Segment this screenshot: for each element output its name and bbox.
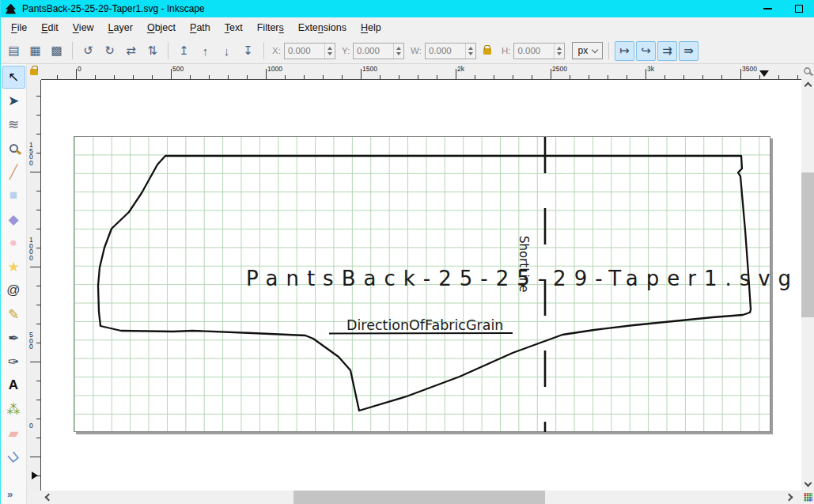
node-tool[interactable]: ➤ <box>2 89 25 112</box>
fabric-grain-text[interactable]: DirectionOfFabricGrain <box>346 317 503 333</box>
horizontal-scrollbar[interactable] <box>27 491 801 504</box>
raise-icon[interactable]: ↑ <box>195 41 215 61</box>
scroll-down-icon[interactable] <box>805 479 812 487</box>
rotate-ccw-icon[interactable]: ↺ <box>78 41 98 61</box>
guide-lock-button[interactable] <box>27 64 41 80</box>
lower-to-bottom-icon[interactable]: ↧ <box>238 41 258 61</box>
zoom-tool[interactable] <box>2 137 25 160</box>
horizontal-scroll-thumb[interactable] <box>293 491 545 504</box>
y-input-spinner[interactable] <box>393 44 403 59</box>
spiral-tool[interactable]: @ <box>2 279 25 302</box>
pencil-tool[interactable]: ✎ <box>2 303 25 326</box>
tweak-tool-icon: ≋ <box>8 116 19 133</box>
flip-horizontal-icon[interactable]: ⇄ <box>121 41 141 61</box>
menu-extensions[interactable]: Extensions <box>291 19 354 36</box>
lock-icon <box>483 48 491 55</box>
ellipse-tool[interactable]: ● <box>2 232 25 255</box>
ruler-label: 2500 <box>552 65 567 73</box>
unit-select[interactable]: px <box>572 42 603 59</box>
w-input[interactable] <box>426 44 465 59</box>
maximize-button[interactable] <box>783 0 814 17</box>
spin-up-icon[interactable] <box>327 47 332 50</box>
eraser-tool[interactable]: ▰ <box>2 422 25 445</box>
x-input-label: X: <box>272 46 281 55</box>
menu-edit[interactable]: Edit <box>34 19 66 36</box>
select-all-layers-icon[interactable]: ▦ <box>25 41 45 61</box>
spin-down-icon[interactable] <box>557 52 562 55</box>
ruler-label: 3k <box>647 65 654 73</box>
x-input-spinner[interactable] <box>324 44 335 59</box>
ellipse-tool-icon: ● <box>9 235 17 251</box>
color-management-button[interactable] <box>801 491 814 504</box>
spin-down-icon[interactable] <box>396 52 401 55</box>
scale-stroke-toggle[interactable]: ↦ <box>615 41 634 61</box>
deselect-icon[interactable]: ▩ <box>47 41 66 61</box>
toolbox: ↖➤≋╱■◆●★@✎✒✑A⁂▰⊔» <box>1 64 27 504</box>
y-input[interactable] <box>354 44 393 59</box>
raise-to-top-icon[interactable]: ↥ <box>174 41 194 61</box>
scale-corners-toggle[interactable]: ↪ <box>636 41 656 61</box>
x-input[interactable] <box>285 44 324 59</box>
lock-width-height-toggle[interactable] <box>483 44 491 58</box>
selector-tool[interactable]: ↖ <box>2 66 25 89</box>
spray-tool[interactable]: ⁂ <box>2 398 25 421</box>
move-patterns-toggle[interactable]: ⇛ <box>679 41 699 61</box>
canvas[interactable]: PantsBack-25-25-29-Taper1.svgDirectionOf… <box>41 80 801 491</box>
fabric-grain-underline[interactable] <box>329 333 513 334</box>
h-input-spinner[interactable] <box>554 44 564 59</box>
select-all-icon[interactable]: ▤ <box>4 41 24 61</box>
3dbox-tool[interactable]: ◆ <box>2 208 25 231</box>
ruler-position-marker <box>32 472 38 479</box>
w-input-spinbox <box>425 43 476 59</box>
scroll-right-icon[interactable] <box>786 494 793 502</box>
toolbar-separator <box>72 42 73 59</box>
calligraphy-tool[interactable]: ✑ <box>2 351 25 373</box>
spin-up-icon[interactable] <box>557 47 562 50</box>
pencil-tool-icon: ✎ <box>8 306 19 323</box>
measure-tool[interactable]: ╱ <box>2 161 25 184</box>
scroll-up-icon[interactable] <box>805 82 812 90</box>
menu-file[interactable]: File <box>4 19 34 36</box>
rectangle-tool[interactable]: ■ <box>2 184 25 207</box>
spin-up-icon[interactable] <box>396 47 401 50</box>
menu-view[interactable]: View <box>66 19 101 36</box>
vertical-scrollbar[interactable] <box>801 64 814 491</box>
bucket-tool[interactable]: ⊔ <box>2 445 25 468</box>
rotate-cw-icon[interactable]: ↻ <box>100 41 119 61</box>
menu-help[interactable]: Help <box>354 19 388 36</box>
spin-up-icon[interactable] <box>468 47 473 50</box>
star-tool[interactable]: ★ <box>2 256 25 279</box>
pen-tool[interactable]: ✒ <box>2 327 25 350</box>
menu-path[interactable]: Path <box>183 19 218 36</box>
menu-filters[interactable]: Filters <box>250 19 291 36</box>
horizontal-ruler[interactable]: 0500100015002k25003k3500 <box>41 64 801 80</box>
text-tool-icon: A <box>9 377 18 393</box>
y-input-group: Y: <box>342 43 404 59</box>
minimize-button[interactable] <box>752 0 783 17</box>
menu-text[interactable]: Text <box>218 19 250 36</box>
tweak-tool[interactable]: ≋ <box>2 113 25 136</box>
menu-layer[interactable]: Layer <box>101 19 140 36</box>
scroll-left-icon[interactable] <box>45 494 53 502</box>
menu-bar: FileEditViewLayerObjectPathTextFiltersEx… <box>1 17 814 38</box>
lower-icon[interactable]: ↓ <box>217 41 237 61</box>
h-input-label: H: <box>502 46 511 55</box>
flip-vertical-icon[interactable]: ⇅ <box>142 41 162 61</box>
spin-down-icon[interactable] <box>327 52 332 55</box>
w-input-spinner[interactable] <box>465 44 475 59</box>
spin-down-icon[interactable] <box>468 52 473 55</box>
calligraphy-tool-icon: ✑ <box>8 354 19 370</box>
window-controls <box>752 0 814 17</box>
toolbar-separator <box>608 42 609 59</box>
move-gradients-toggle[interactable]: ⇉ <box>657 41 677 61</box>
measure-tool-icon: ╱ <box>9 164 17 180</box>
vertical-scroll-thumb[interactable] <box>801 172 814 317</box>
menu-object[interactable]: Object <box>140 19 183 36</box>
vertical-ruler[interactable]: 1 5 0 01 0 0 05 0 00 <box>27 80 41 491</box>
quick-zoom-icon[interactable] <box>804 67 811 74</box>
h-input[interactable] <box>514 44 554 59</box>
toolbox-more-button[interactable]: » <box>7 488 12 500</box>
shortline-text[interactable]: ShortLine <box>517 236 531 293</box>
text-tool[interactable]: A <box>2 374 25 397</box>
ruler-label: 0 <box>78 65 81 73</box>
